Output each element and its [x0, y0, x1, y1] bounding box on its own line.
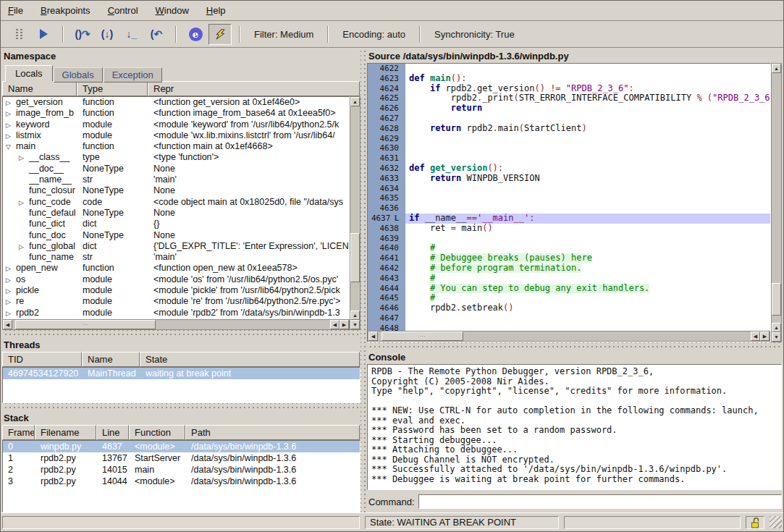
step-goto-button[interactable]: ↓_: [120, 24, 143, 45]
scroll-up-icon[interactable]: ▲: [350, 311, 360, 320]
scroll-up-icon[interactable]: ▲: [350, 97, 360, 106]
scroll-left-icon[interactable]: ◀: [3, 320, 12, 329]
scroll-left-icon[interactable]: ◀: [330, 320, 340, 329]
line-number[interactable]: 4634: [368, 184, 405, 194]
column-header-tid[interactable]: TID: [2, 352, 82, 367]
collapsed-arrow-icon[interactable]: ▷: [6, 308, 16, 318]
scroll-up-icon[interactable]: ▲: [772, 64, 781, 73]
table-row[interactable]: func_namestr'main': [3, 252, 349, 263]
line-number[interactable]: 4630: [368, 143, 405, 153]
collapsed-arrow-icon[interactable]: ▷: [6, 109, 16, 119]
threads-list[interactable]: 46974534127920MainThreadwaiting at break…: [2, 367, 361, 403]
source-code[interactable]: def main(): if rpdb2.get_version() != "R…: [405, 64, 770, 331]
splitter-source-console[interactable]: [367, 342, 782, 349]
column-header-frame[interactable]: Frame: [2, 425, 35, 440]
line-number[interactable]: 4625: [368, 93, 405, 104]
table-row[interactable]: 46974534127920MainThreadwaiting at break…: [3, 368, 360, 379]
table-row[interactable]: 3rpdb2.py14044<module>/data/sys/bin/winp…: [3, 476, 360, 487]
line-number[interactable]: 4643: [368, 274, 405, 284]
table-row[interactable]: 2rpdb2.py14015main/data/sys/bin/winpdb-1…: [3, 464, 360, 476]
tab-locals[interactable]: Locals: [5, 65, 53, 82]
scroll-right-icon[interactable]: ▶: [760, 332, 770, 341]
table-row[interactable]: ▷image_from_bfunction<function image_fro…: [3, 108, 349, 119]
scroll-right-icon[interactable]: ▶: [340, 320, 349, 329]
line-number[interactable]: 4645: [368, 293, 405, 303]
command-input[interactable]: [418, 494, 782, 509]
collapsed-arrow-icon[interactable]: ▷: [6, 297, 16, 307]
table-row[interactable]: ▷: [3, 318, 349, 319]
collapsed-arrow-icon[interactable]: ▷: [6, 98, 16, 108]
splitter-namespace-threads[interactable]: [2, 330, 361, 337]
source-hscrollbar[interactable]: ◀ ⋯ ◀ ▶: [368, 331, 770, 342]
line-number[interactable]: 4622: [368, 64, 405, 74]
console-output[interactable]: RPDB - The Remote Python Debugger, versi…: [367, 364, 782, 490]
break-button[interactable]: [7, 24, 30, 45]
table-row[interactable]: ▷listmixmodule<module 'wx.lib.mixins.lis…: [3, 130, 349, 141]
column-header-path[interactable]: Path: [185, 425, 360, 440]
synchronicity-button[interactable]: [208, 24, 232, 45]
table-row[interactable]: ▷func_codecode<code object main at 0x180…: [3, 197, 349, 208]
collapsed-arrow-icon[interactable]: ▷: [6, 275, 16, 285]
collapsed-arrow-icon[interactable]: ▷: [6, 286, 16, 296]
menu-breakpoints[interactable]: Breakpoints: [41, 5, 90, 16]
line-number[interactable]: 4648: [368, 324, 405, 331]
go-button[interactable]: [32, 24, 55, 45]
source-code-view[interactable]: 4622462346244625462646274628462946304631…: [368, 64, 770, 331]
table-row[interactable]: __name__str'main': [3, 174, 349, 185]
table-row[interactable]: func_closurNoneTypeNone: [3, 185, 349, 196]
collapsed-arrow-icon[interactable]: ▷: [6, 263, 16, 274]
table-row[interactable]: ▽mainfunction<function main at 0x1ef4668…: [3, 141, 349, 152]
collapsed-arrow-icon[interactable]: ▷: [19, 198, 29, 208]
table-row[interactable]: ▷keywordmodule<module 'keyword' from '/u…: [3, 119, 349, 130]
table-row[interactable]: func_dictdict{}: [3, 219, 349, 229]
line-number[interactable]: 4647: [368, 313, 405, 324]
collapsed-arrow-icon[interactable]: ▷: [19, 242, 29, 252]
table-row[interactable]: ▷rpdb2module<module 'rpdb2' from '/data/…: [3, 308, 349, 318]
table-row[interactable]: ▷func_globaldict{'DLG_EXPR_TITLE': 'Ente…: [3, 241, 349, 252]
resize-grip[interactable]: [770, 516, 782, 528]
line-number[interactable]: 4632: [368, 164, 405, 174]
collapsed-arrow-icon[interactable]: ▷: [6, 120, 16, 130]
step-into-button[interactable]: (↓): [96, 24, 119, 45]
table-row[interactable]: func_docNoneTypeNone: [3, 230, 349, 241]
line-number[interactable]: 4637L: [368, 214, 405, 224]
table-row[interactable]: func_defaulNoneTypeNone: [3, 208, 349, 219]
step-over-button[interactable]: ()↷: [71, 24, 94, 45]
table-row[interactable]: ▷remodule<module 're' from '/usr/lib64/p…: [3, 296, 349, 307]
scroll-down-icon[interactable]: ▼: [350, 320, 360, 329]
stack-list[interactable]: 0winpdb.py4637<module>/data/sys/bin/winp…: [2, 440, 361, 512]
encoding-button[interactable]: e: [184, 24, 207, 45]
line-number[interactable]: 4627: [368, 114, 405, 124]
table-row[interactable]: ▷get_versionfunction<function get_versio…: [3, 97, 349, 108]
scroll-left-icon[interactable]: ◀: [368, 332, 378, 341]
column-header-filename[interactable]: Filename: [35, 425, 96, 440]
line-number[interactable]: 4644: [368, 284, 405, 294]
column-header-name[interactable]: Name: [82, 352, 140, 367]
step-return-button[interactable]: (↶: [145, 24, 168, 45]
source-gutter[interactable]: 4622462346244625462646274628462946304631…: [368, 64, 405, 331]
line-number[interactable]: 4641: [368, 253, 405, 263]
line-number[interactable]: 4636: [368, 203, 405, 214]
line-number[interactable]: 4631: [368, 153, 405, 164]
menu-file[interactable]: File: [8, 5, 23, 16]
line-number[interactable]: 4646: [368, 303, 405, 313]
namespace-hscrollbar[interactable]: ◀ ⋯ ◀ ▶: [2, 319, 350, 330]
scroll-down-icon[interactable]: ▼: [772, 332, 781, 342]
column-header-function[interactable]: Function: [129, 425, 185, 440]
splitter-vertical[interactable]: [361, 48, 367, 512]
table-row[interactable]: 1rpdb2.py13767StartServer/data/sys/bin/w…: [3, 452, 360, 464]
tab-globals[interactable]: Globals: [54, 67, 103, 83]
expanded-arrow-icon[interactable]: ▽: [6, 142, 16, 152]
column-header-type[interactable]: Type: [77, 81, 148, 96]
line-number[interactable]: 4640: [368, 243, 405, 253]
line-number[interactable]: 4642: [368, 263, 405, 274]
menu-window[interactable]: Window: [156, 5, 189, 16]
table-row[interactable]: ▷picklemodule<module 'pickle' from '/usr…: [3, 285, 349, 296]
line-number[interactable]: 4639: [368, 234, 405, 244]
line-number[interactable]: 4638: [368, 224, 405, 234]
tab-exception[interactable]: Exception: [104, 67, 162, 83]
table-row[interactable]: __doc__NoneTypeNone: [3, 164, 349, 174]
splitter-threads-stack[interactable]: [2, 403, 361, 410]
line-number[interactable]: 4633: [368, 174, 405, 184]
scroll-left-icon[interactable]: ◀: [751, 332, 760, 341]
